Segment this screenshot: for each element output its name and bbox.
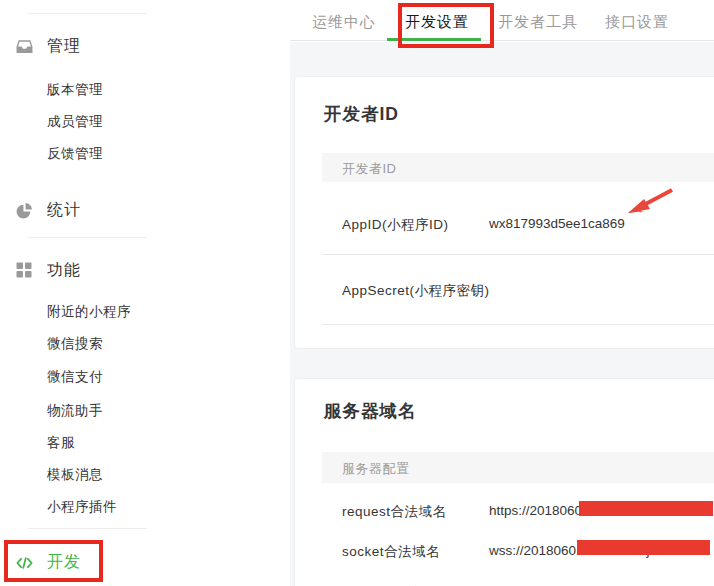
sidebar-divider (28, 237, 147, 238)
wechat-miniprogram-console: 管理 版本管理 成员管理 反馈管理 统计 (0, 0, 714, 586)
annotation-box-tab (398, 3, 494, 48)
table-header-label: 服务器配置 (342, 461, 410, 476)
sidebar-section-manage[interactable]: 管理 (0, 34, 200, 58)
card-title: 服务器域名 (324, 399, 417, 423)
table-header-label: 开发者ID (342, 161, 397, 176)
sidebar-item-miniprogram-plugin[interactable]: 小程序插件 (47, 498, 117, 516)
pie-chart-icon (16, 202, 33, 219)
tray-icon (16, 38, 33, 55)
sidebar-item-customer-service[interactable]: 客服 (47, 434, 75, 452)
socket-domain-label: socket合法域名 (342, 543, 440, 561)
sidebar-section-features[interactable]: 功能 (0, 258, 200, 282)
tab-developer-tools[interactable]: 开发者工具 (498, 13, 578, 32)
appid-label: AppID(小程序ID) (342, 216, 449, 234)
row-divider (322, 254, 714, 255)
sidebar-item-logistics-helper[interactable]: 物流助手 (47, 402, 103, 420)
sidebar-item-version-manage[interactable]: 版本管理 (47, 81, 103, 99)
table-header-row: 开发者ID (322, 153, 714, 182)
socket-domain-visible-text: wss://20180601 (489, 543, 583, 558)
sidebar-item-wechat-pay[interactable]: 微信支付 (47, 368, 103, 386)
sidebar-divider (28, 528, 147, 529)
server-domain-card: 服务器域名 服务器配置 request合法域名 https://2018060 … (294, 378, 714, 586)
sidebar-divider (28, 13, 147, 14)
request-domain-label: request合法域名 (342, 503, 447, 521)
row-divider (322, 324, 714, 325)
appid-value: wx817993d5ee1ca869 (489, 216, 625, 231)
redaction-bar-socket (577, 540, 710, 555)
tab-api-settings[interactable]: 接口设置 (605, 13, 669, 32)
grid-icon (16, 262, 33, 279)
sidebar-section-label: 统计 (47, 200, 81, 221)
request-domain-visible-text: https://2018060 (489, 503, 582, 518)
sidebar-item-nearby-miniprogram[interactable]: 附近的小程序 (47, 303, 131, 321)
appsecret-label: AppSecret(小程序密钥) (342, 282, 490, 300)
annotation-box-develop (4, 540, 103, 582)
content-area: 开发者ID 开发者ID AppID(小程序ID) wx817993d5ee1ca… (290, 42, 714, 586)
sidebar-section-stats[interactable]: 统计 (0, 198, 200, 222)
annotation-arrow (624, 185, 678, 217)
sidebar-section-label: 管理 (47, 36, 81, 57)
main-area: 运维中心 开发设置 开发者工具 接口设置 开发者ID 开发者ID AppID(小… (290, 0, 714, 586)
tab-bar: 运维中心 开发设置 开发者工具 接口设置 (290, 0, 714, 41)
sidebar-item-template-message[interactable]: 模板消息 (47, 466, 103, 484)
redaction-bar-request (579, 501, 713, 516)
sidebar-item-member-manage[interactable]: 成员管理 (47, 113, 103, 131)
card-title: 开发者ID (324, 102, 399, 126)
tab-operations-center[interactable]: 运维中心 (312, 13, 376, 32)
sidebar-item-feedback-manage[interactable]: 反馈管理 (47, 145, 103, 163)
sidebar: 管理 版本管理 成员管理 反馈管理 统计 (0, 0, 290, 586)
table-header-row: 服务器配置 (322, 452, 714, 483)
sidebar-item-wechat-search[interactable]: 微信搜索 (47, 335, 103, 353)
request-domain-value: https://2018060 (489, 503, 582, 518)
sidebar-section-label: 功能 (47, 260, 81, 281)
